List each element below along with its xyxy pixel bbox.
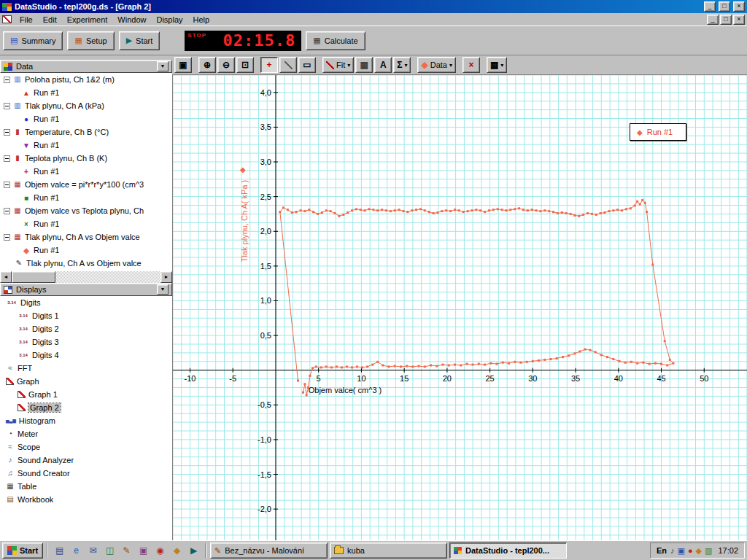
run-item[interactable]: ×Run #1 bbox=[0, 217, 172, 230]
display-tree-item[interactable]: Graph 1 bbox=[0, 388, 172, 401]
menu-edit[interactable]: Edit bbox=[38, 14, 62, 26]
statistics-button[interactable]: Σ▾ bbox=[393, 57, 411, 73]
fit-menu-button[interactable]: Fit▾ bbox=[322, 57, 354, 73]
window-restore-button[interactable]: □ bbox=[719, 1, 730, 12]
start-button[interactable]: Start bbox=[2, 542, 43, 559]
collapse-box-icon[interactable] bbox=[4, 234, 10, 241]
x-axis-label[interactable]: Objem valce( cm^3 ) bbox=[287, 386, 403, 394]
summary-button[interactable]: ▤ Summary bbox=[3, 31, 63, 50]
display-tray-icon[interactable]: ▣ bbox=[678, 546, 685, 556]
note-tool-button[interactable]: ▭ bbox=[298, 57, 316, 73]
quicklaunch-paint-icon[interactable]: ✎ bbox=[119, 543, 134, 558]
data-tree-hscrollbar[interactable]: ◄ ► bbox=[0, 271, 172, 283]
display-tree-item[interactable]: ♫Sound Creator bbox=[0, 467, 172, 480]
slope-tool-button[interactable] bbox=[279, 57, 297, 73]
settings-menu-button[interactable]: ▦▾ bbox=[487, 57, 507, 73]
collapse-box-icon[interactable] bbox=[4, 155, 10, 162]
quicklaunch-run-icon[interactable]: ▶ bbox=[186, 543, 201, 558]
quicklaunch-desktop-icon[interactable]: ▤ bbox=[52, 543, 67, 558]
run-item[interactable]: ▼Run #1 bbox=[0, 139, 172, 152]
text-tool-button[interactable]: A bbox=[374, 57, 392, 73]
data-menu-button[interactable]: ◆Data▾ bbox=[417, 57, 456, 73]
display-tree-item[interactable]: 3.14Digits 2 bbox=[0, 322, 172, 335]
data-panel-dropdown-button[interactable]: ▼ bbox=[157, 61, 169, 71]
task-folder-kuba-button[interactable]: kuba bbox=[330, 542, 447, 559]
display-tree-item[interactable]: 3.14Digits 3 bbox=[0, 335, 172, 349]
display-tree-item[interactable]: ♪Sound Analyzer bbox=[0, 454, 172, 467]
menu-experiment[interactable]: Experiment bbox=[62, 14, 113, 26]
data-tree-item[interactable]: ✎Tlak plynu, Ch A vs Objem valce bbox=[0, 257, 172, 270]
window-minimize-button[interactable]: _ bbox=[704, 1, 716, 12]
collapse-box-icon[interactable] bbox=[4, 103, 10, 109]
display-tree-item[interactable]: ▦Table bbox=[0, 480, 172, 493]
zoom-in-button[interactable]: ⊕ bbox=[198, 57, 216, 73]
chart-legend[interactable]: ◆ Run #1 bbox=[630, 123, 686, 141]
zoom-out-button[interactable]: ⊖ bbox=[217, 57, 235, 73]
quicklaunch-media-icon[interactable]: ◉ bbox=[152, 543, 168, 558]
quicklaunch-doc-icon[interactable]: ▣ bbox=[136, 543, 151, 558]
network-tray-icon[interactable]: ▥ bbox=[705, 546, 712, 556]
volume-tray-icon[interactable]: ♪ bbox=[670, 546, 675, 556]
window-close-button[interactable]: × bbox=[733, 1, 745, 12]
quicklaunch-mail-icon[interactable]: ✉ bbox=[85, 543, 101, 558]
collapse-box-icon[interactable] bbox=[4, 208, 10, 214]
task-paint-button[interactable]: ✎Bez_názvu - Malování bbox=[210, 542, 328, 559]
quicklaunch-ie-icon[interactable]: e bbox=[69, 543, 84, 558]
collapse-box-icon[interactable] bbox=[4, 129, 10, 136]
quicklaunch-channels-icon[interactable]: ◫ bbox=[102, 543, 117, 558]
data-tree-item[interactable]: ▥Tlak plynu, Ch A (kPa) bbox=[0, 99, 172, 112]
display-tree-item[interactable]: ≈Scope bbox=[0, 440, 172, 454]
displays-panel-header[interactable]: Displays ▼ bbox=[0, 283, 172, 296]
scroll-track[interactable] bbox=[55, 271, 160, 283]
scroll-left-button[interactable]: ◄ bbox=[0, 271, 12, 283]
chart-plot-area[interactable]: -10-551015202530354045504,03,53,02,52,01… bbox=[173, 75, 747, 540]
scheduler-tray-icon[interactable]: ◆ bbox=[696, 546, 702, 556]
data-tree-item[interactable]: ▥Poloha pistu, Ch 1&2 (m) bbox=[0, 73, 172, 86]
menu-file[interactable]: File bbox=[15, 14, 38, 26]
scroll-right-button[interactable]: ► bbox=[160, 271, 172, 283]
display-tree-item[interactable]: Graph bbox=[0, 375, 172, 388]
delete-button[interactable]: × bbox=[462, 57, 480, 73]
child-close-button[interactable]: × bbox=[733, 15, 745, 25]
language-indicator[interactable]: En bbox=[657, 546, 667, 555]
run-item[interactable]: ◆Run #1 bbox=[0, 244, 172, 257]
display-tree-item[interactable]: 3.14Digits 4 bbox=[0, 349, 172, 362]
scale-to-fit-button[interactable]: ▣ bbox=[174, 57, 192, 73]
display-tree-item[interactable]: Graph 2 bbox=[0, 401, 172, 414]
data-tree-item[interactable]: ▮Temperature, Ch B (°C) bbox=[0, 125, 172, 139]
quicklaunch-app-icon[interactable]: ◆ bbox=[169, 543, 185, 558]
collapse-box-icon[interactable] bbox=[4, 182, 10, 188]
chart-region[interactable]: -10-551015202530354045504,03,53,02,52,01… bbox=[172, 74, 747, 540]
scroll-thumb[interactable] bbox=[12, 271, 55, 283]
display-tree-item[interactable]: ▅▃▆Histogram bbox=[0, 414, 172, 427]
menu-display[interactable]: Display bbox=[151, 14, 187, 26]
y-axis-label[interactable]: Tlak plynu, Ch A( kPa ) bbox=[240, 180, 249, 262]
run-item[interactable]: ■Run #1 bbox=[0, 191, 172, 204]
child-restore-button[interactable]: □ bbox=[720, 15, 732, 25]
task-datastudio-button[interactable]: DataStudio - tepl200... bbox=[449, 542, 567, 559]
display-tree-item[interactable]: 3.14Digits 1 bbox=[0, 309, 172, 322]
start-button-toolbar[interactable]: ▶ Start bbox=[119, 31, 160, 50]
data-panel-header[interactable]: Data ▼ bbox=[0, 60, 172, 73]
display-tree-item[interactable]: 3.14Digits bbox=[0, 296, 172, 309]
menu-help[interactable]: Help bbox=[188, 14, 215, 26]
collapse-box-icon[interactable] bbox=[4, 77, 10, 83]
run-item[interactable]: ●Run #1 bbox=[0, 112, 172, 125]
smart-tool-button[interactable]: + bbox=[260, 57, 278, 73]
display-tree-item[interactable]: ≈FFT bbox=[0, 362, 172, 375]
child-minimize-button[interactable]: _ bbox=[707, 15, 719, 25]
calculate-tool-button[interactable]: ▦ bbox=[355, 57, 373, 73]
display-tree-item[interactable]: ◔Meter bbox=[0, 427, 172, 440]
data-tree-item[interactable]: ▦Objem valce vs Teplota plynu, Ch bbox=[0, 204, 172, 217]
data-tree-item[interactable]: ▦Tlak plynu, Ch A vs Objem valce bbox=[0, 230, 172, 244]
displays-panel-dropdown-button[interactable]: ▼ bbox=[157, 284, 169, 295]
data-tree-item[interactable]: ▦Objem valce = pi*r*r*y*100 (cm^3 bbox=[0, 178, 172, 191]
setup-button[interactable]: ▦ Setup bbox=[67, 31, 114, 50]
data-tree-item[interactable]: ▮Teplota plynu, Ch B (K) bbox=[0, 152, 172, 165]
calculate-button[interactable]: ▦ Calculate bbox=[306, 31, 365, 50]
zoom-select-button[interactable]: ⊡ bbox=[236, 57, 254, 73]
menu-window[interactable]: Window bbox=[112, 14, 151, 26]
display-tree-item[interactable]: ▤Workbook bbox=[0, 493, 172, 506]
antivirus-tray-icon[interactable]: ● bbox=[688, 546, 693, 556]
run-item[interactable]: ▲Run #1 bbox=[0, 86, 172, 99]
